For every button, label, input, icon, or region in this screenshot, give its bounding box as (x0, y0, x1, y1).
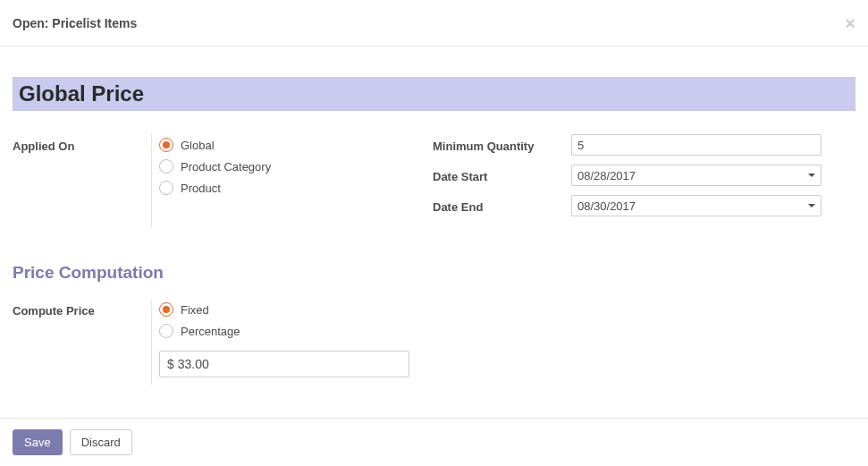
applied-on-label: Applied On (13, 136, 151, 166)
radio-global[interactable]: Global (159, 134, 433, 156)
radio-label: Fixed (181, 303, 209, 317)
radio-icon (159, 302, 173, 317)
radio-fixed[interactable]: Fixed (159, 299, 855, 320)
dialog-title: Open: Pricelist Items (13, 16, 137, 30)
date-start-label: Date Start (433, 166, 571, 197)
fixed-price-input[interactable] (159, 351, 409, 377)
caret-down-icon (808, 174, 815, 177)
close-icon[interactable]: × (845, 14, 855, 32)
dialog-footer: Save Discard (0, 418, 868, 466)
dialog-body: Applied On Global Product Category Produ… (0, 47, 868, 392)
radio-label: Percentage (181, 325, 240, 338)
radio-product[interactable]: Product (159, 177, 433, 199)
name-input[interactable] (13, 77, 855, 111)
save-button[interactable]: Save (13, 429, 63, 455)
date-start-input[interactable]: 08/28/2017 (571, 165, 822, 186)
radio-icon (159, 181, 173, 195)
min-qty-label: Minimum Quantity (433, 136, 571, 166)
radio-percentage[interactable]: Percentage (159, 320, 855, 342)
dialog-header: Open: Pricelist Items × (0, 0, 868, 47)
radio-label: Product (181, 182, 221, 195)
date-end-value: 08/30/2017 (577, 199, 636, 213)
date-end-label: Date End (433, 197, 571, 227)
radio-label: Global (181, 139, 215, 152)
radio-product-category[interactable]: Product Category (159, 156, 433, 177)
caret-down-icon (808, 204, 815, 208)
radio-icon (159, 138, 173, 152)
price-computation-heading: Price Computation (13, 263, 855, 283)
date-start-value: 08/28/2017 (577, 169, 636, 182)
radio-icon (159, 159, 173, 174)
radio-icon (159, 324, 173, 338)
discard-button[interactable]: Discard (70, 429, 132, 455)
compute-price-label: Compute Price (13, 301, 151, 331)
min-qty-input[interactable] (571, 134, 822, 156)
radio-label: Product Category (181, 160, 271, 174)
date-end-input[interactable]: 08/30/2017 (571, 195, 822, 216)
